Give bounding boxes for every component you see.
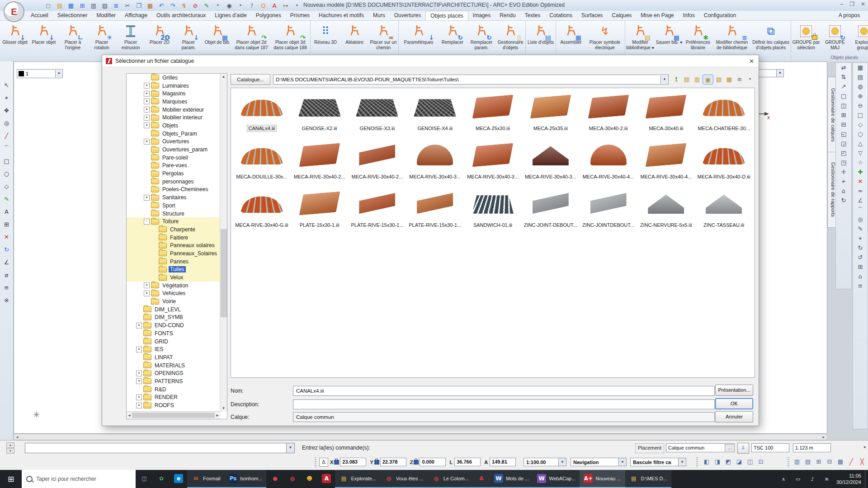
- tree-expander[interactable]: +: [144, 115, 150, 121]
- tree-vertical-scrollbar[interactable]: ▲ ▼: [220, 74, 227, 412]
- catalog-item[interactable]: GENOISE-X3.iii: [349, 92, 406, 140]
- cancel-button[interactable]: Annuler: [715, 411, 753, 422]
- command-mini-up[interactable]: ▴: [6, 442, 14, 448]
- tsc-field[interactable]: TSC 100: [751, 443, 789, 452]
- catalog-item[interactable]: MECA-RIVE-30x40-3...: [464, 140, 522, 188]
- ribbon-button-glisser-objet[interactable]: ↓Glisser objet: [0, 22, 29, 61]
- zoom-out-icon[interactable]: ⊟: [839, 120, 849, 129]
- cross-icon[interactable]: ✕: [855, 177, 865, 186]
- menu-outils-architecturaux[interactable]: Outils architecturaux: [152, 11, 210, 20]
- menu-textes[interactable]: Textes: [520, 11, 545, 20]
- folder-view-icon[interactable]: ▩: [724, 75, 734, 84]
- tray-volume-icon[interactable]: ♪: [807, 474, 817, 483]
- pen-dropdown-icon[interactable]: ▾: [213, 1, 223, 10]
- menu-infos[interactable]: Infos: [679, 11, 699, 20]
- copy-icon[interactable]: ❐: [134, 1, 144, 10]
- view-cube-center-icon[interactable]: ⊡: [756, 457, 766, 466]
- tree-item[interactable]: + ROOFS: [127, 401, 220, 409]
- print-mode-icon[interactable]: ▥: [792, 457, 802, 466]
- tree-item[interactable]: LINPAT: [127, 353, 220, 361]
- catalogue-path-combo[interactable]: D:\MES DOCUMENTS\ARCALIB-EVO\3D-POUR_MAQ…: [273, 75, 669, 84]
- coordinate-value[interactable]: 36.766: [454, 458, 481, 466]
- tree-item[interactable]: Velux: [127, 273, 220, 282]
- tree-item[interactable]: Sport: [127, 202, 220, 210]
- list-icon[interactable]: ≡: [2, 283, 12, 292]
- tri-up-icon[interactable]: △: [855, 139, 865, 148]
- reader-app-button[interactable]: A: [473, 470, 490, 488]
- arc-app-button[interactable]: A: [318, 470, 335, 488]
- undo2-icon[interactable]: ↺: [855, 253, 865, 262]
- tree-item[interactable]: + OPENINGS: [127, 369, 220, 377]
- pan-v-icon[interactable]: ⇅: [839, 72, 849, 81]
- filter-toggle-combo[interactable]: Bascule filtre ca▼: [630, 458, 686, 466]
- menu-lignes-d-aide[interactable]: Lignes d'aide: [210, 11, 251, 20]
- edit-icon[interactable]: ✎: [855, 224, 865, 233]
- layer-more-button[interactable]: ...: [725, 444, 735, 452]
- home2-icon[interactable]: ⌂: [855, 272, 865, 281]
- coordinate-value[interactable]: 0.000: [420, 458, 446, 466]
- new-file-icon[interactable]: ◻: [43, 1, 53, 10]
- tray-display-icon[interactable]: ▭: [793, 474, 803, 483]
- menu-affichage[interactable]: Affichage: [120, 11, 152, 20]
- undo-icon[interactable]: ↶: [156, 1, 166, 10]
- menu-prismes[interactable]: Prismes: [286, 11, 314, 20]
- open-view-icon[interactable]: ▤: [855, 72, 865, 81]
- nom-field[interactable]: CANALx4.iii: [293, 386, 715, 396]
- coordinate-lock-icon[interactable]: [374, 460, 379, 465]
- center-icon[interactable]: ⌖: [839, 177, 849, 186]
- tree-item[interactable]: + Objets: [127, 122, 220, 130]
- catalog-item[interactable]: SANDWICH-01.iii: [464, 188, 522, 237]
- catalog-item[interactable]: PLATE-15x30-1.iii: [291, 188, 349, 237]
- chevron-down-icon[interactable]: ▼: [776, 70, 783, 77]
- command-input[interactable]: ▼: [25, 443, 295, 453]
- arc-icon[interactable]: ⌒: [2, 144, 12, 153]
- menu-a-propos[interactable]: A propos: [834, 11, 864, 20]
- media-app-button[interactable]: ●: [266, 470, 283, 488]
- menu-hachures-et-motifs[interactable]: Hachures et motifs: [314, 11, 368, 20]
- tree-item[interactable]: personnages: [127, 178, 220, 186]
- tri-down-icon[interactable]: ▽: [855, 148, 865, 157]
- calque-field[interactable]: Calque commun: [293, 412, 715, 422]
- chevron-down-icon[interactable]: ▼: [660, 75, 668, 84]
- visibility-icon[interactable]: ◉: [224, 1, 234, 10]
- catalog-item[interactable]: PLATE-RIVE-15x30-1...: [349, 188, 406, 237]
- restore-button[interactable]: ❐: [849, 1, 854, 7]
- scale-combo[interactable]: 1:100.00▼: [524, 458, 566, 466]
- redo2-icon[interactable]: ↻: [855, 243, 865, 252]
- grid-icon[interactable]: ⊞: [2, 220, 12, 229]
- quick-run-icon[interactable]: ↯: [179, 1, 189, 10]
- chrome-button[interactable]: ◍: [283, 470, 301, 488]
- zoom-extents-icon[interactable]: ↗: [839, 82, 849, 91]
- layers2-icon[interactable]: ≡: [855, 281, 865, 290]
- tree-expander[interactable]: +: [136, 394, 142, 400]
- star-icon[interactable]: ☆: [855, 158, 865, 167]
- tree-item[interactable]: + PATTERNS: [127, 377, 220, 385]
- tree-expander[interactable]: +: [144, 282, 150, 288]
- tree-item[interactable]: Pare-vues: [127, 162, 220, 170]
- delete-icon[interactable]: ✕: [2, 232, 12, 241]
- render-icon[interactable]: ◍: [855, 82, 865, 91]
- coordinate-lock-icon[interactable]: [334, 460, 339, 465]
- menu-modifier[interactable]: Modifier: [92, 11, 120, 20]
- catalog-item[interactable]: MECA-DOUILLE-30x...: [233, 140, 291, 188]
- catalog-item[interactable]: MECA-RIVE-30x40-4...: [580, 140, 637, 188]
- tree-expander[interactable]: +: [136, 378, 142, 384]
- menu-mise-en-page[interactable]: Mise en Page: [636, 11, 678, 20]
- view-split-icon[interactable]: ◫: [839, 101, 849, 110]
- square-tool-icon[interactable]: □: [855, 110, 865, 119]
- catalog-item[interactable]: MECA-RIVE-30x40-2...: [349, 140, 406, 188]
- tree-item[interactable]: + RENDER: [127, 394, 220, 402]
- tree-item[interactable]: + Mobilier interieur: [127, 113, 220, 122]
- view-cube-bottom-icon[interactable]: ◪: [734, 457, 744, 466]
- folder-window[interactable]: ▤ D:\MES D...: [625, 470, 671, 488]
- tray-network-icon[interactable]: ≋: [822, 474, 832, 483]
- tree-expander[interactable]: +: [144, 122, 150, 128]
- menu-images[interactable]: Images: [468, 11, 495, 20]
- tree-item[interactable]: DIM_LEVL: [127, 305, 220, 314]
- tree-expander[interactable]: +: [136, 371, 142, 376]
- dialog-close-icon[interactable]: ✕: [749, 58, 754, 65]
- target-icon[interactable]: ⌖: [2, 93, 12, 102]
- menu-objets-places[interactable]: Objets placés: [425, 11, 468, 20]
- delta-toggle[interactable]: Δ: [319, 458, 328, 467]
- print-preview-icon[interactable]: ▧: [100, 1, 110, 10]
